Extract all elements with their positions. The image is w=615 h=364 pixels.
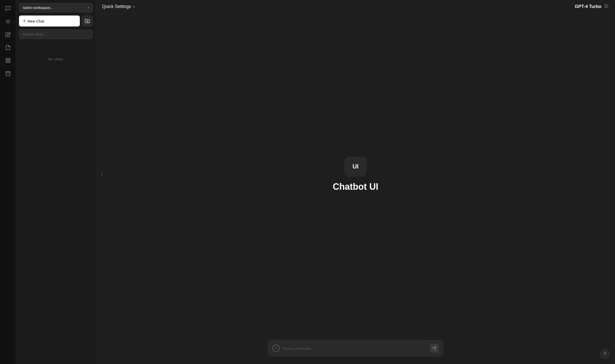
quick-settings-label: Quick Settings [102,4,131,9]
model-label: GPT-4 Turbo [575,4,601,9]
app-title: Chatbot UI [333,182,378,192]
chat-area: ( UI Chatbot UI [96,14,615,335]
workspace-label: Select workspace... [23,6,53,10]
quick-settings-button[interactable]: Quick Settings ▾ [102,4,135,9]
app-logo-bubble: UI [344,156,367,176]
model-selector-button[interactable]: GPT-4 Turbo [575,4,609,10]
message-input-container: + [268,340,443,356]
svg-point-14 [604,4,605,5]
new-chat-button[interactable]: + New Chat [19,16,80,26]
svg-rect-3 [8,61,10,62]
collapse-toggle-button[interactable]: ( [99,170,105,179]
svg-rect-5 [6,72,10,76]
sidebar-item-document[interactable] [3,42,14,53]
icon-bar [0,0,16,364]
svg-point-0 [7,21,9,22]
sidebar-item-calendar[interactable] [3,68,14,79]
plus-icon: + [23,18,26,24]
main-content: Quick Settings ▾ GPT-4 Turbo ( [96,0,615,364]
new-chat-label: New Chat [28,19,44,23]
message-input[interactable] [283,346,427,350]
svg-point-16 [604,7,605,8]
workspace-selector[interactable]: Select workspace... ▾ [19,3,93,12]
send-icon [432,346,437,350]
sidebar-item-settings[interactable] [3,16,14,27]
app-logo-text: UI [353,163,359,170]
sidebar-item-library[interactable] [3,55,14,66]
svg-rect-1 [6,58,7,60]
workspace-chevron-icon: ▾ [88,6,89,10]
sidebar: Select workspace... ▾ + New Chat No chat… [16,0,96,364]
folder-plus-icon [85,18,90,24]
sidebar-item-chat[interactable] [3,3,14,14]
send-button[interactable] [430,344,439,353]
message-input-area: + [96,335,615,364]
svg-rect-2 [8,58,10,60]
sidebar-actions: + New Chat [19,16,93,26]
svg-point-15 [605,6,606,6]
new-folder-button[interactable] [82,16,93,26]
collapse-icon: ( [101,172,103,177]
help-label: ? [604,352,606,356]
search-container [19,30,93,39]
sidebar-item-edit[interactable] [3,29,14,40]
svg-rect-4 [6,61,7,62]
message-attachment-button[interactable]: + [272,344,280,352]
search-input[interactable] [19,30,93,39]
model-settings-icon [604,4,609,10]
no-chats-message: No chats. [16,42,96,364]
quick-settings-chevron-icon: ▾ [133,5,135,9]
logo-container: UI Chatbot UI [333,156,378,192]
header: Quick Settings ▾ GPT-4 Turbo [96,0,615,14]
help-button[interactable]: ? [600,349,610,359]
